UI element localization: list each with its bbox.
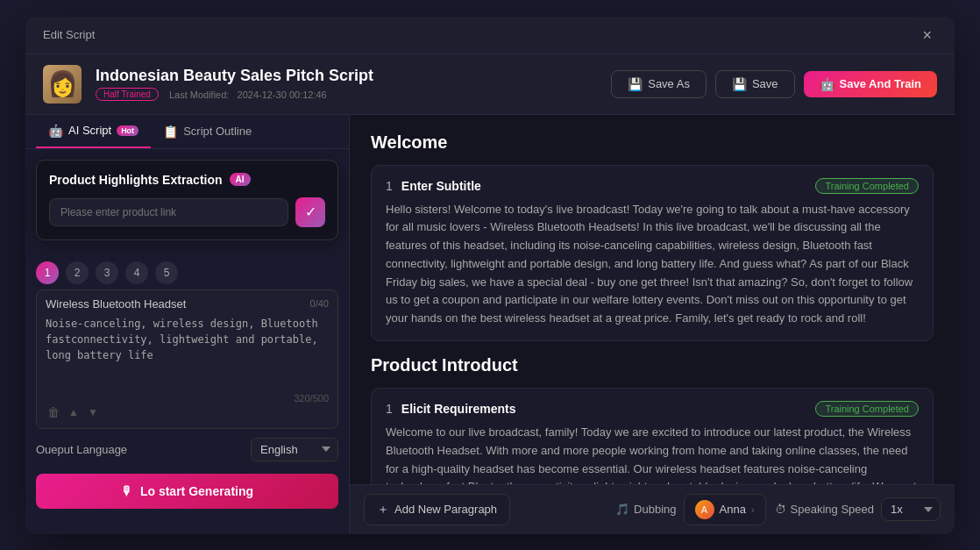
paragraph-header: 1 Enter Subtitle Training Completed	[386, 178, 919, 194]
section-title-product: Product Introduct	[371, 355, 934, 375]
bottom-bar: ＋ Add New Paragraph 🎵 Dubbing A Anna ›	[350, 484, 955, 534]
save-icon: 💾	[732, 77, 747, 91]
add-paragraph-button[interactable]: ＋ Add New Paragraph	[364, 494, 510, 525]
output-language-label: Oueput Language	[36, 443, 127, 456]
product-link-row: ✓	[49, 197, 325, 227]
close-button[interactable]: ×	[917, 25, 937, 45]
para-num-2: 1	[386, 402, 393, 416]
script-name-area: Indonesian Beauty Sales Pitch Script Hal…	[96, 67, 597, 101]
training-badge: Training Completed	[815, 178, 919, 194]
para-subtitle-2: Elicit Requirements	[401, 402, 516, 416]
paragraph-card-welcome-1: 1 Enter Subtitle Training Completed Hell…	[371, 165, 934, 342]
header-buttons: 💾 Save As 💾 Save 🤖 Save And Train	[611, 70, 937, 98]
product-desc-textarea[interactable]: Noise-canceling, wireless design, Blueto…	[46, 316, 329, 386]
dubbing-section: 🎵 Dubbing A Anna ›	[615, 494, 765, 525]
avatar: 👩	[43, 65, 82, 104]
save-as-button[interactable]: 💾 Save As	[611, 70, 707, 98]
page-1[interactable]: 1	[36, 261, 59, 284]
speed-select[interactable]: 1x 1.25x 1.5x 2x	[881, 497, 941, 521]
modal-title: Edit Script	[43, 28, 95, 41]
language-select[interactable]: English Indonesian Chinese	[251, 438, 338, 461]
voice-avatar: A	[695, 500, 714, 519]
para-subtitle: Enter Subtitle	[401, 179, 481, 193]
confirm-button[interactable]: ✓	[295, 197, 325, 227]
desc-char-count: 320/500	[294, 393, 329, 404]
product-link-input[interactable]	[49, 198, 288, 226]
tab-script-outline[interactable]: 📋 Script Outline	[151, 115, 264, 148]
left-panel: 🤖 AI Script Hot 📋 Script Outline Product…	[25, 115, 350, 534]
right-content: Welcome 1 Enter Subtitle Training Comple…	[350, 115, 955, 484]
para-num-title-2: 1 Elicit Requirements	[386, 402, 516, 416]
training-badge-2: Training Completed	[815, 401, 919, 417]
script-info-bar: 👩 Indonesian Beauty Sales Pitch Script H…	[25, 54, 955, 115]
entry-actions: 🗑 ▲ ▼	[46, 404, 329, 421]
page-3[interactable]: 3	[96, 261, 118, 284]
wave-icon: 🎵	[615, 503, 629, 516]
plus-icon: ＋	[377, 502, 389, 518]
arrow-down-button[interactable]: ▼	[86, 404, 100, 420]
modal-header: Edit Script ×	[25, 17, 955, 54]
page-5[interactable]: 5	[155, 261, 178, 284]
tab-bar: 🤖 AI Script Hot 📋 Script Outline	[25, 115, 349, 149]
para-num-title: 1 Enter Subtitle	[386, 179, 481, 193]
ai-badge: AI	[230, 173, 251, 186]
page-4[interactable]: 4	[125, 261, 148, 284]
para-num: 1	[386, 179, 393, 193]
textarea-footer: 320/500	[46, 393, 329, 404]
train-icon: 🤖	[820, 77, 834, 91]
output-language-row: Oueput Language English Indonesian Chine…	[36, 438, 338, 461]
main-content: 🤖 AI Script Hot 📋 Script Outline Product…	[25, 115, 955, 534]
delete-button[interactable]: 🗑	[46, 404, 61, 421]
save-button[interactable]: 💾 Save	[715, 70, 795, 98]
right-panel: Welcome 1 Enter Subtitle Training Comple…	[350, 115, 955, 534]
ai-icon: 🤖	[48, 124, 63, 138]
paragraph-card-product-1: 1 Elicit Requirements Training Completed…	[371, 388, 934, 483]
mic-icon: 🎙	[121, 484, 133, 498]
floppy-icon: 💾	[628, 77, 643, 91]
save-and-train-button[interactable]: 🤖 Save And Train	[804, 71, 937, 97]
product-name-input[interactable]	[46, 297, 310, 311]
script-name: Indonesian Beauty Sales Pitch Script	[96, 67, 597, 85]
page-2[interactable]: 2	[66, 261, 89, 284]
product-entry: 0/40 Noise-canceling, wireless design, B…	[36, 289, 338, 429]
dubbing-label: 🎵 Dubbing	[615, 503, 676, 516]
hot-badge: Hot	[117, 125, 138, 136]
speed-icon: ⏱	[775, 503, 786, 516]
start-generating-button[interactable]: 🎙 Lo start Generating	[36, 474, 338, 509]
chevron-right-icon: ›	[751, 504, 755, 515]
product-header-row: 0/40	[46, 297, 329, 311]
speed-label: ⏱ Speaking Speed	[775, 503, 874, 516]
product-highlights-card: Product Highlights Extraction AI ✓	[36, 160, 338, 240]
badge-row: Half Trained Last Modified: 2024-12-30 0…	[96, 88, 597, 101]
section-title-welcome: Welcome	[371, 132, 934, 153]
card-title: Product Highlights Extraction	[49, 173, 223, 187]
paragraph-header-2: 1 Elicit Requirements Training Completed	[386, 401, 919, 417]
voice-selector[interactable]: A Anna ›	[684, 494, 766, 525]
outline-icon: 📋	[163, 125, 178, 139]
voice-name: Anna	[720, 503, 746, 516]
arrow-up-button[interactable]: ▲	[67, 404, 81, 420]
last-modified: Last Modified: 2024-12-30 00:12:46	[169, 89, 327, 100]
card-title-row: Product Highlights Extraction AI	[49, 173, 325, 187]
half-trained-badge: Half Trained	[96, 88, 159, 101]
product-name-count: 0/40	[310, 298, 329, 309]
para-text-2: Welcome to our live broadcast, family! T…	[386, 424, 919, 483]
tab-ai-script[interactable]: 🤖 AI Script Hot	[36, 115, 151, 148]
speed-section: ⏱ Speaking Speed 1x 1.25x 1.5x 2x	[775, 497, 941, 521]
para-text: Hello sisters! Welcome to today's live b…	[386, 201, 919, 329]
pagination: 1 2 3 4 5	[36, 261, 338, 284]
modal: Edit Script × 👩 Indonesian Beauty Sales …	[25, 17, 955, 534]
